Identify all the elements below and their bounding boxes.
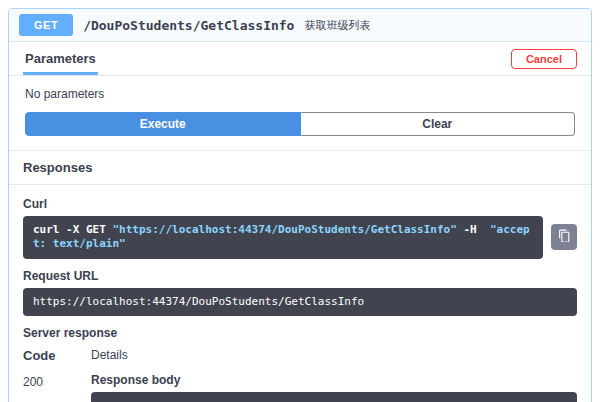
tab-parameters-label: Parameters (25, 51, 96, 66)
execute-button[interactable]: Execute (25, 112, 301, 136)
response-row-200: 200 Response body {"code":"0","message":… (23, 373, 577, 402)
copy-icon (558, 229, 571, 245)
operation-summary[interactable]: GET /DouPoStudents/GetClassInfo 获取班级列表 (9, 9, 591, 42)
cancel-button[interactable]: Cancel (511, 49, 577, 69)
parameters-header: Parameters Cancel (9, 42, 591, 76)
curl-cmd-text: curl -X GET (33, 223, 112, 236)
curl-header-flag: -H (457, 223, 490, 236)
tab-parameters[interactable]: Parameters (23, 49, 98, 75)
curl-url-string: "https://localhost:44374/DouPoStudents/G… (112, 223, 456, 236)
no-parameters-text: No parameters (9, 76, 591, 112)
curl-label: Curl (23, 197, 577, 211)
response-table-header: Code Details (23, 348, 577, 363)
curl-row: curl -X GET "https://localhost:44374/Dou… (23, 216, 577, 259)
server-response-table: Code Details 200 Response body {"code":"… (23, 348, 577, 402)
clear-button[interactable]: Clear (301, 112, 576, 136)
response-body-block: {"code":"0","message":"数据请求成功","data":"斗… (91, 392, 577, 402)
response-body-label: Response body (91, 373, 577, 387)
responses-section: Curl curl -X GET "https://localhost:4437… (9, 185, 591, 402)
operation-block-get: GET /DouPoStudents/GetClassInfo 获取班级列表 P… (8, 8, 592, 402)
response-details: Response body {"code":"0","message":"数据请… (91, 373, 577, 402)
curl-command[interactable]: curl -X GET "https://localhost:44374/Dou… (23, 216, 543, 259)
request-url-label: Request URL (23, 269, 577, 283)
copy-curl-button[interactable] (551, 224, 577, 250)
code-column-header: Code (23, 348, 91, 363)
responses-title: Responses (9, 150, 591, 185)
request-url-value: https://localhost:44374/DouPoStudents/Ge… (23, 288, 577, 316)
details-column-header: Details (91, 348, 577, 363)
endpoint-path: /DouPoStudents/GetClassInfo (83, 18, 294, 33)
endpoint-description: 获取班级列表 (304, 18, 370, 33)
status-code: 200 (23, 373, 91, 402)
execute-row: Execute Clear (25, 112, 575, 136)
http-method-badge: GET (19, 14, 73, 36)
server-response-label: Server response (23, 326, 577, 340)
